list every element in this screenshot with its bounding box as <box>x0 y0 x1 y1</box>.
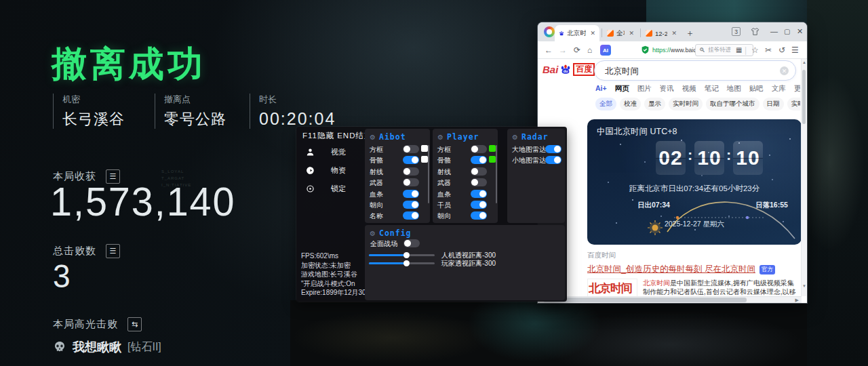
toggle[interactable] <box>403 156 419 164</box>
tab-beijing-time[interactable]: 北京时间 ✕ <box>555 25 599 41</box>
kills-header: 总击败数 ☰ <box>53 244 120 258</box>
clear-input-icon[interactable]: ✕ <box>780 66 789 75</box>
maximize-button[interactable]: ▢ <box>784 28 790 35</box>
nav-item[interactable]: 图片 <box>637 84 652 95</box>
panel-scrollbar[interactable] <box>428 145 429 203</box>
option-row: 血条 <box>433 188 498 199</box>
toggle[interactable] <box>403 201 419 209</box>
nav-item[interactable]: 视频 <box>682 84 696 95</box>
toggle[interactable] <box>471 167 487 176</box>
toggle[interactable] <box>403 190 419 198</box>
home-icon[interactable]: ⌂ <box>587 45 592 56</box>
tab-separator <box>601 28 602 37</box>
gear-icon: ⚙ <box>512 134 518 141</box>
filter-chip[interactable]: 校准 <box>620 98 641 110</box>
menu-label: 视觉 <box>331 147 346 157</box>
slider-track[interactable] <box>369 262 435 264</box>
toggle[interactable] <box>471 211 487 220</box>
menu-icon[interactable]: ☰ <box>791 45 799 56</box>
tab-close-icon[interactable]: ✕ <box>590 30 595 37</box>
toggle[interactable] <box>471 201 487 209</box>
tab-close-icon[interactable]: ✕ <box>671 30 677 37</box>
kills-detail-button[interactable]: ☰ <box>106 244 120 258</box>
nav-item[interactable]: 资讯 <box>660 84 674 95</box>
baidu-search-input[interactable]: 北京时间 ✕ <box>594 60 796 81</box>
scroll-right-icon[interactable]: ▶ <box>795 298 799 303</box>
skin-shirt-icon[interactable] <box>751 27 760 36</box>
toggle[interactable] <box>403 178 419 186</box>
screenshot-scissors-icon[interactable]: ✂ <box>765 45 772 56</box>
undo-download-icon[interactable]: ↺ <box>778 45 785 56</box>
tab-count-badge[interactable]: 3 <box>732 27 741 36</box>
nav-item[interactable]: 地图 <box>727 84 741 95</box>
ai-assistant-icon[interactable]: AI <box>600 45 611 56</box>
svg-text:du: du <box>564 69 568 73</box>
scroll-down-icon[interactable]: ▼ <box>802 284 806 288</box>
reload-icon[interactable]: ⟳ <box>574 45 580 56</box>
filter-chip[interactable]: 实时秒表 <box>787 98 801 110</box>
nav-item-current[interactable]: 网页 <box>615 84 629 95</box>
minimize-button[interactable]: — <box>770 27 778 35</box>
slider-knob[interactable] <box>403 260 410 266</box>
horizontal-scrollbar[interactable]: ▶ <box>538 296 802 303</box>
overlay-menu-loot[interactable]: 物资 <box>306 165 346 176</box>
filter-chip[interactable]: 实时时间 <box>669 98 703 110</box>
color-swatch[interactable] <box>421 156 428 163</box>
toggle[interactable] <box>471 156 487 164</box>
slider-track[interactable] <box>369 254 435 256</box>
toggle[interactable] <box>403 167 419 176</box>
filter-chip[interactable]: 日期 <box>763 98 784 110</box>
nav-item[interactable]: 文库 <box>772 84 786 95</box>
overlay-menu-aimlock[interactable]: 锁定 <box>306 184 346 194</box>
nav-item[interactable]: 笔记 <box>705 84 719 95</box>
nav-item[interactable]: 更多 <box>794 84 800 95</box>
back-icon[interactable]: ← <box>545 45 553 56</box>
tab-title: 12-24D <box>655 30 667 37</box>
toggle[interactable] <box>545 156 561 164</box>
nav-item[interactable]: 贴吧 <box>749 84 764 95</box>
scroll-up-icon[interactable]: ▲ <box>802 60 806 64</box>
close-button[interactable]: ✕ <box>797 27 803 36</box>
baidu-logo[interactable]: Bai du 百度 <box>542 63 595 76</box>
vertical-scrollbar[interactable]: ▲ ▼ <box>801 59 806 296</box>
toggle[interactable] <box>403 211 419 220</box>
toggle[interactable] <box>471 190 487 198</box>
toggle[interactable] <box>545 145 561 153</box>
slider-knob[interactable] <box>403 252 410 258</box>
kills-value: 3 <box>53 260 72 293</box>
info-label: 时长 <box>259 94 336 106</box>
result-thumbnail[interactable]: 北京时间 <box>587 279 637 296</box>
scrollbar-thumb[interactable] <box>543 298 747 302</box>
panel-scrollbar[interactable] <box>496 145 497 203</box>
overlay-menu-visual[interactable]: 视觉 <box>306 147 346 157</box>
tab-12-24d[interactable]: 12-24D ✕ <box>642 25 681 41</box>
option-row: 干员 <box>433 199 498 210</box>
scrollbar-thumb[interactable] <box>802 70 806 124</box>
loot-value: 1,573,140 <box>50 182 236 222</box>
color-swatch[interactable] <box>489 145 496 152</box>
browser-logo-icon[interactable] <box>544 26 555 37</box>
highlight-switch-button[interactable]: ⇆ <box>127 317 142 331</box>
toggle[interactable] <box>403 239 420 247</box>
menu-label: 锁定 <box>331 184 346 194</box>
url-text[interactable]: https://www.baidu <box>652 47 701 54</box>
color-swatch[interactable] <box>489 156 496 163</box>
new-tab-button[interactable]: ＋ <box>686 27 694 39</box>
filter-chip[interactable]: 取自于哪个城市 <box>706 98 760 110</box>
apps-grid-icon[interactable]: ▦ <box>736 45 742 56</box>
filter-chip[interactable]: 显示 <box>644 98 665 110</box>
filter-chip-active[interactable]: 全部 <box>595 98 616 110</box>
tab-close-icon[interactable]: ✕ <box>629 30 634 37</box>
toggle[interactable] <box>403 145 419 153</box>
nav-item[interactable]: Ai+ <box>595 84 607 95</box>
forward-icon[interactable]: → <box>559 45 567 56</box>
favorites-icon[interactable]: ☆ <box>751 45 759 56</box>
toggle[interactable] <box>471 145 487 153</box>
toggle[interactable] <box>471 178 487 186</box>
option-row: 骨骼 <box>433 155 498 165</box>
tab-quangongneng[interactable]: 全功能 ✕ <box>603 25 638 41</box>
result-title-link[interactable]: 北京时间_创造历史的每时每刻 尽在北京时间官方 <box>587 264 775 275</box>
tab-separator <box>640 28 641 37</box>
color-swatch[interactable] <box>421 145 428 152</box>
info-label: 机密 <box>62 94 125 106</box>
